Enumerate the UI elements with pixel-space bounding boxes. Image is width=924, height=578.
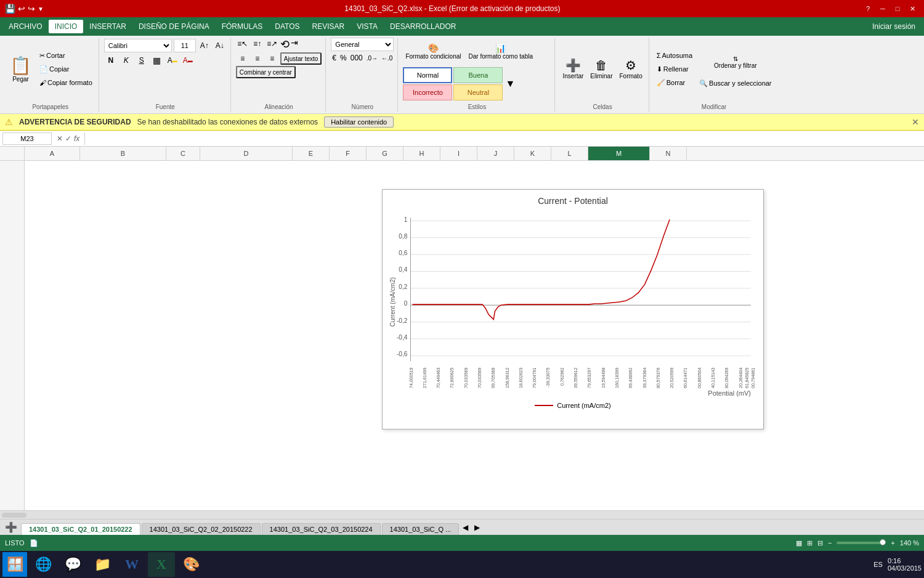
taskbar-paint[interactable]: 🎨 xyxy=(177,552,205,577)
col-header-m[interactable]: M xyxy=(588,147,650,160)
align-center[interactable]: ≡ xyxy=(251,52,264,65)
font-decrease-btn[interactable]: A↓ xyxy=(213,39,227,52)
italic-button[interactable]: K xyxy=(120,54,133,67)
menu-vista[interactable]: VISTA xyxy=(351,20,384,33)
dropdown-quick-icon[interactable]: ▼ xyxy=(38,6,44,12)
close-button[interactable]: ✕ xyxy=(906,2,919,15)
col-header-k[interactable]: K xyxy=(514,147,551,160)
formula-input[interactable] xyxy=(87,134,922,143)
view-layout-icon[interactable]: ⊞ xyxy=(807,539,813,547)
taskbar-explorer[interactable]: 📁 xyxy=(89,552,116,577)
font-size-input[interactable] xyxy=(174,39,196,52)
add-sheet-icon[interactable]: ➕ xyxy=(2,521,20,533)
percent-icon[interactable]: % xyxy=(339,52,348,63)
indent-button[interactable]: ⇥ xyxy=(291,38,298,51)
border-button[interactable]: ▦ xyxy=(150,54,164,67)
copy-button[interactable]: 📄Copiar xyxy=(37,63,95,75)
menu-inicio[interactable]: INICIO xyxy=(49,20,84,33)
close-security-bar-button[interactable]: ✕ xyxy=(912,117,919,127)
col-header-g[interactable]: G xyxy=(367,147,403,160)
taskbar-chrome[interactable]: 🌐 xyxy=(30,552,57,577)
enable-content-button[interactable]: Habilitar contenido xyxy=(324,116,394,128)
signin-button[interactable]: Iniciar sesión xyxy=(866,20,922,33)
merge-center-button[interactable]: Combinar y centrar xyxy=(236,66,296,78)
menu-insertar[interactable]: INSERTAR xyxy=(83,20,132,33)
col-header-n[interactable]: N xyxy=(650,147,687,160)
save-quick-icon[interactable]: 💾 xyxy=(5,4,15,14)
bold-button[interactable]: N xyxy=(104,54,118,67)
name-box[interactable] xyxy=(2,132,52,145)
styles-dropdown-icon[interactable]: ▼ xyxy=(505,78,515,89)
align-top-right[interactable]: ≡↗ xyxy=(265,38,279,50)
col-header-i[interactable]: I xyxy=(440,147,477,160)
menu-datos[interactable]: DATOS xyxy=(269,20,306,33)
decrease-decimal-icon[interactable]: ←.0 xyxy=(380,54,394,63)
redo-icon[interactable]: ↪ xyxy=(28,4,35,14)
col-header-e[interactable]: E xyxy=(293,147,330,160)
align-right[interactable]: ≡ xyxy=(265,52,279,65)
sheet-tab-4[interactable]: 14301_03_SiC_Q ... xyxy=(382,523,460,535)
maximize-button[interactable]: □ xyxy=(891,2,904,15)
format-cell-button[interactable]: ⚙ Formato xyxy=(617,53,644,85)
chart-container[interactable]: Current - Potential 1 0,8 0,6 0,4 0,2 0 … xyxy=(382,189,764,429)
delete-cell-button[interactable]: 🗑 Eliminar xyxy=(588,53,615,85)
fill-button[interactable]: ⬇Rellenar xyxy=(654,63,695,75)
format-as-table-button[interactable]: 📊 Dar formato como tabla xyxy=(466,38,535,65)
style-neutral[interactable]: Neutral xyxy=(453,84,503,100)
align-top-center[interactable]: ≡↑ xyxy=(251,38,264,50)
col-header-j[interactable]: J xyxy=(477,147,514,160)
sheet-tab-2[interactable]: 14301_03_SiC_Q2_02_20150222 xyxy=(142,523,261,535)
help-button[interactable]: ? xyxy=(861,2,875,15)
col-header-f[interactable]: F xyxy=(330,147,367,160)
taskbar-word[interactable]: W xyxy=(118,552,145,577)
col-header-d[interactable]: D xyxy=(200,147,293,160)
col-header-l[interactable]: L xyxy=(551,147,588,160)
zoom-slider[interactable] xyxy=(837,542,886,544)
taskbar-start[interactable]: 🪟 xyxy=(2,552,27,577)
align-left[interactable]: ≡ xyxy=(236,52,249,65)
font-family-select[interactable]: Calibri xyxy=(104,39,172,52)
style-normal[interactable]: Normal xyxy=(403,67,452,83)
copy-format-button[interactable]: 🖌Copiar formato xyxy=(37,76,95,89)
font-color-button[interactable]: A▬ xyxy=(181,54,195,67)
menu-diseno-pagina[interactable]: DISEÑO DE PÁGINA xyxy=(132,20,216,33)
sheet-tab-1[interactable]: 14301_03_SiC_Q2_01_20150222 xyxy=(21,523,140,535)
cut-button[interactable]: ✂Cortar xyxy=(37,49,95,62)
insert-function-icon[interactable]: fx xyxy=(74,134,79,143)
undo-icon[interactable]: ↩ xyxy=(18,4,25,14)
paste-button[interactable]: 📋 Pegar xyxy=(6,53,35,85)
font-increase-btn[interactable]: A↑ xyxy=(198,39,211,52)
taskbar-excel[interactable]: X xyxy=(148,552,175,577)
comma-icon[interactable]: 000 xyxy=(349,52,364,63)
confirm-formula-icon[interactable]: ✓ xyxy=(65,134,71,143)
wrap-text-button[interactable]: Ajustar texto xyxy=(280,52,322,65)
style-buena[interactable]: Buena xyxy=(453,67,503,83)
sheet-nav-left[interactable]: ◀ xyxy=(460,523,471,532)
view-normal-icon[interactable]: ▦ xyxy=(796,539,802,547)
sheet-tab-3[interactable]: 14301_03_SiC_Q2_03_20150224 xyxy=(262,523,381,535)
col-header-h[interactable]: H xyxy=(403,147,440,160)
underline-button[interactable]: S xyxy=(135,54,148,67)
menu-desarrollador[interactable]: DESARROLLADOR xyxy=(384,20,462,33)
horizontal-scrollbar[interactable] xyxy=(0,510,924,519)
orientation-button[interactable]: ⟲ xyxy=(280,38,290,51)
menu-archivo[interactable]: ARCHIVO xyxy=(2,20,49,33)
menu-revisar[interactable]: REVISAR xyxy=(306,20,351,33)
sort-filter-button[interactable]: ⇅ Ordenar y filtrar xyxy=(697,49,774,76)
fill-color-button[interactable]: A▬ xyxy=(166,54,179,67)
currency-icon[interactable]: € xyxy=(331,52,338,63)
clear-button[interactable]: 🧹Borrar xyxy=(654,76,695,89)
conditional-format-button[interactable]: 🎨 Formato condicional xyxy=(403,38,463,65)
autosum-button[interactable]: ΣAutosuma xyxy=(654,49,695,62)
col-header-a[interactable]: A xyxy=(25,147,80,160)
sheet-nav-right[interactable]: ▶ xyxy=(472,523,482,532)
find-select-button[interactable]: 🔍Buscar y seleccionar xyxy=(697,77,774,89)
increase-decimal-icon[interactable]: .0→ xyxy=(365,54,379,63)
col-header-b[interactable]: B xyxy=(80,147,166,160)
zoom-out-icon[interactable]: − xyxy=(828,539,832,547)
corner-cell[interactable] xyxy=(0,147,25,160)
view-page-break-icon[interactable]: ⊟ xyxy=(817,539,823,547)
minimize-button[interactable]: ─ xyxy=(876,2,890,15)
menu-formulas[interactable]: FÓRMULAS xyxy=(216,20,269,33)
cancel-formula-icon[interactable]: ✕ xyxy=(57,134,63,143)
